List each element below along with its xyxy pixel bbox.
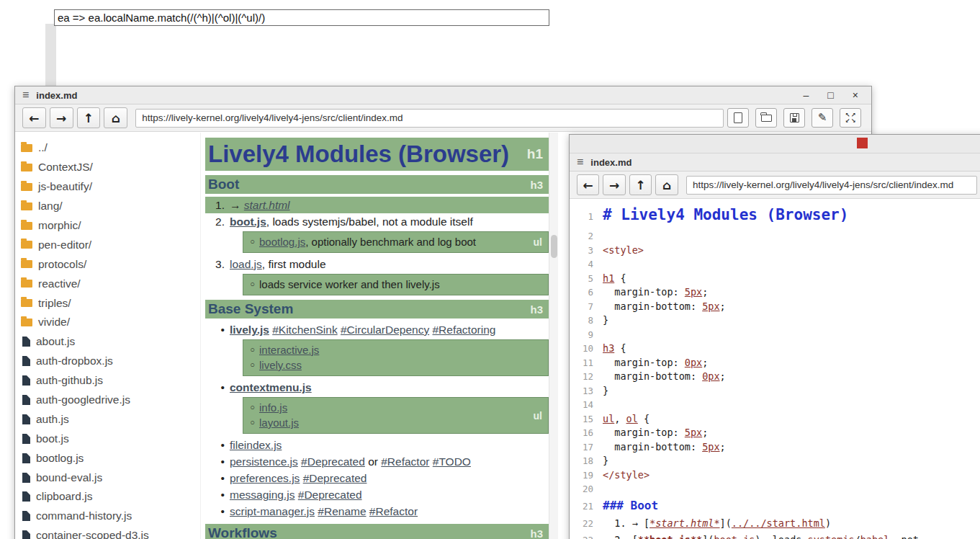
sidebar-item-bootlog-js[interactable]: bootlog.js <box>15 448 200 468</box>
sidebar-item-about-js[interactable]: about.js <box>15 332 200 352</box>
sidebar-item-triples[interactable]: triples/ <box>15 293 200 313</box>
code-text: ul, ol { <box>603 412 649 427</box>
md-link[interactable]: #Rename <box>318 505 366 517</box>
window1-titlebar[interactable]: ≡ index.md – □ × <box>15 86 871 104</box>
md-link[interactable]: #Deprecated <box>301 455 365 468</box>
connector-strip <box>45 24 56 86</box>
sidebar-item-lang[interactable]: lang/ <box>15 197 200 216</box>
md-link[interactable]: preferences.js <box>230 472 300 484</box>
sidebar-item-bound-eval-js[interactable]: bound-eval.js <box>15 468 200 487</box>
element-filter-input[interactable] <box>54 9 549 26</box>
md-link[interactable]: lively.js <box>230 324 269 336</box>
window2-titlebar[interactable]: ≡ index.md <box>570 153 980 172</box>
sidebar-item-vivide[interactable]: vivide/ <box>15 313 200 332</box>
highlighted-sublist: ○bootlog.js, optionally benchmark and lo… <box>243 231 549 253</box>
line-number: 6 <box>570 285 603 300</box>
sidebar-item-reactive[interactable]: reactive/ <box>15 274 200 293</box>
code-token: 0px <box>685 357 702 368</box>
pencil-icon: ✎ <box>818 112 827 123</box>
line-number: 18 <box>570 454 603 468</box>
maximize-button[interactable]: □ <box>827 89 833 101</box>
back-button[interactable]: ← <box>577 174 599 195</box>
md-link[interactable]: #Refactor <box>369 505 418 517</box>
sidebar-item-auth-js[interactable]: auth.js <box>15 409 200 429</box>
md-link[interactable]: script-manager.js <box>230 505 315 517</box>
sidebar-item-clipboard-js[interactable]: clipboard.js <box>15 487 200 507</box>
sidebar-item-pen-editor[interactable]: pen-editor/ <box>15 235 200 254</box>
file-name: triples/ <box>38 297 71 310</box>
sidebar-item-js-beautify[interactable]: js-beautify/ <box>15 177 200 197</box>
url-input[interactable] <box>135 109 724 128</box>
code-text: } <box>603 313 608 328</box>
code-line: 13} <box>570 384 980 398</box>
code-text: margin-top: 0px; <box>603 356 708 370</box>
sidebar-item-ContextJS[interactable]: ContextJS/ <box>15 158 200 177</box>
forward-button[interactable]: → <box>603 174 625 195</box>
vertical-scrollbar[interactable] <box>549 133 558 539</box>
list-text: load.js, first module <box>230 256 326 272</box>
sidebar-item-auth-github-js[interactable]: auth-github.js <box>15 371 200 391</box>
sidebar-item-morphic[interactable]: morphic/ <box>15 216 200 236</box>
window-index-md-source: ≡ index.md ← → ↑ ⌂ 1# Lively4 Modules (B… <box>569 134 980 539</box>
md-link[interactable]: #Refactoring <box>433 324 496 336</box>
folder-icon <box>21 164 32 172</box>
home-button[interactable]: ⌂ <box>655 174 678 195</box>
fullscreen-button[interactable]: ↖↗↙↘ <box>840 108 861 128</box>
md-link[interactable]: fileindex.js <box>230 439 282 451</box>
md-text: or <box>365 455 381 468</box>
md-link[interactable]: load.js <box>230 258 262 270</box>
home-button[interactable]: ⌂ <box>104 107 127 128</box>
sidebar-item-command-history-js[interactable]: command-history.js <box>15 507 200 526</box>
md-link[interactable]: bootlog.js <box>259 236 305 248</box>
md-link[interactable]: #CircularDepency <box>341 324 429 336</box>
window-menu-icon[interactable]: ≡ <box>22 89 29 101</box>
window1-tool-buttons: ✎ ↖↗↙↘ <box>727 108 864 128</box>
md-link[interactable]: #Deprecated <box>298 489 362 501</box>
sidebar-item-auth-googledrive-js[interactable]: auth-googledrive.js <box>15 391 200 410</box>
up-button[interactable]: ↑ <box>629 174 652 195</box>
save-button[interactable] <box>783 108 805 128</box>
close-button[interactable]: × <box>853 89 858 101</box>
back-button[interactable]: ← <box>22 107 46 128</box>
sidebar-item-auth-dropbox-js[interactable]: auth-dropbox.js <box>15 352 200 371</box>
sidebar-item-container-scoped-d3-js[interactable]: container-scoped-d3.js <box>15 526 200 539</box>
md-link[interactable]: #TODO <box>433 455 471 468</box>
md-link[interactable]: #Refactor <box>381 455 429 468</box>
md-link[interactable]: persistence.js <box>230 455 298 468</box>
element-tag-label: h3 <box>530 179 543 191</box>
md-link[interactable]: start.html <box>244 199 290 211</box>
md-link[interactable]: #KitchenSink <box>272 324 337 336</box>
sidebar-item-boot-js[interactable]: boot.js <box>15 429 200 448</box>
sidebar-item-protocols[interactable]: protocols/ <box>15 254 200 274</box>
sidebar-item-[interactable]: ../ <box>15 138 200 158</box>
md-link[interactable]: #Deprecated <box>303 472 367 484</box>
open-folder-button[interactable] <box>755 108 777 128</box>
up-button[interactable]: ↑ <box>77 107 101 128</box>
code-text: ### Boot <box>603 496 658 515</box>
code-editor[interactable]: 1# Lively4 Modules (Browser)23<style>45h… <box>570 199 980 539</box>
folder-icon <box>21 241 32 249</box>
url-input[interactable] <box>686 176 977 195</box>
line-number: 7 <box>570 300 603 314</box>
list-text: messaging.js #Deprecated <box>230 486 362 503</box>
md-link[interactable]: interactive.js <box>259 344 319 356</box>
file-icon <box>22 395 30 405</box>
md-link[interactable]: lively.css <box>259 359 302 371</box>
code-text: } <box>603 384 608 398</box>
md-link[interactable]: contextmenu.js <box>230 381 312 393</box>
edit-button[interactable]: ✎ <box>812 108 833 128</box>
window-menu-icon[interactable]: ≡ <box>577 156 583 168</box>
desktop: ≡ index.md – □ × ← → ↑ ⌂ ✎ ↖↗↙↘ <box>0 0 980 539</box>
minimize-button[interactable]: – <box>804 89 809 101</box>
new-file-button[interactable] <box>727 108 749 128</box>
code-token: } <box>603 385 608 396</box>
md-link[interactable]: boot.js <box>230 215 266 228</box>
md-link[interactable]: layout.js <box>259 416 299 429</box>
md-link[interactable]: info.js <box>259 401 287 414</box>
code-text: margin-top: 5px; <box>603 426 708 440</box>
scrollbar-thumb[interactable] <box>551 235 557 258</box>
line-number: 8 <box>570 313 603 328</box>
window2-toolbar: ← → ↑ ⌂ <box>570 172 980 199</box>
md-link[interactable]: messaging.js <box>230 489 295 501</box>
forward-button[interactable]: → <box>50 107 73 128</box>
